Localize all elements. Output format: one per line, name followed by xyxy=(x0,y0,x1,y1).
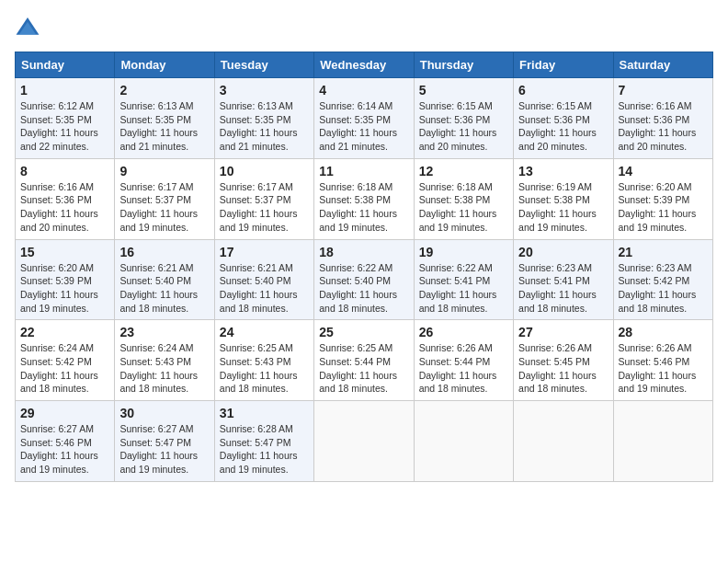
day-number: 28 xyxy=(619,325,708,339)
col-header-monday: Monday xyxy=(115,52,214,78)
day-info: Sunrise: 6:26 AM Sunset: 5:45 PM Dayligh… xyxy=(518,341,608,396)
day-number: 5 xyxy=(419,83,508,98)
calendar-week-row: 15Sunrise: 6:20 AM Sunset: 5:39 PM Dayli… xyxy=(16,239,713,320)
day-info: Sunrise: 6:24 AM Sunset: 5:43 PM Dayligh… xyxy=(119,341,209,396)
calendar-cell: 17Sunrise: 6:21 AM Sunset: 5:40 PM Dayli… xyxy=(214,239,313,320)
calendar-cell: 1Sunrise: 6:12 AM Sunset: 5:35 PM Daylig… xyxy=(16,78,115,159)
col-header-tuesday: Tuesday xyxy=(214,52,313,78)
calendar-cell: 4Sunrise: 6:14 AM Sunset: 5:35 PM Daylig… xyxy=(314,78,414,159)
day-number: 11 xyxy=(319,164,408,178)
calendar-week-row: 1Sunrise: 6:12 AM Sunset: 5:35 PM Daylig… xyxy=(16,78,713,159)
day-info: Sunrise: 6:13 AM Sunset: 5:35 PM Dayligh… xyxy=(119,99,209,154)
calendar-cell: 8Sunrise: 6:16 AM Sunset: 5:36 PM Daylig… xyxy=(16,158,115,239)
calendar-cell xyxy=(514,401,613,482)
day-number: 7 xyxy=(619,83,708,98)
calendar-cell: 28Sunrise: 6:26 AM Sunset: 5:46 PM Dayli… xyxy=(613,320,712,401)
day-number: 23 xyxy=(119,325,209,339)
day-info: Sunrise: 6:23 AM Sunset: 5:42 PM Dayligh… xyxy=(619,261,708,316)
col-header-sunday: Sunday xyxy=(16,52,115,78)
calendar-cell: 23Sunrise: 6:24 AM Sunset: 5:43 PM Dayli… xyxy=(115,320,214,401)
day-info: Sunrise: 6:15 AM Sunset: 5:36 PM Dayligh… xyxy=(518,99,608,154)
day-info: Sunrise: 6:24 AM Sunset: 5:42 PM Dayligh… xyxy=(20,341,109,396)
day-info: Sunrise: 6:17 AM Sunset: 5:37 PM Dayligh… xyxy=(220,180,309,235)
day-info: Sunrise: 6:21 AM Sunset: 5:40 PM Dayligh… xyxy=(119,261,209,316)
calendar-header-row: SundayMondayTuesdayWednesdayThursdayFrid… xyxy=(16,52,713,78)
calendar-cell: 10Sunrise: 6:17 AM Sunset: 5:37 PM Dayli… xyxy=(214,158,313,239)
day-number: 29 xyxy=(20,406,109,420)
day-info: Sunrise: 6:20 AM Sunset: 5:39 PM Dayligh… xyxy=(20,261,109,316)
page-header xyxy=(15,15,713,40)
day-info: Sunrise: 6:16 AM Sunset: 5:36 PM Dayligh… xyxy=(20,180,109,235)
calendar-cell: 11Sunrise: 6:18 AM Sunset: 5:38 PM Dayli… xyxy=(314,158,414,239)
logo xyxy=(15,15,44,40)
day-info: Sunrise: 6:23 AM Sunset: 5:41 PM Dayligh… xyxy=(518,261,608,316)
day-number: 16 xyxy=(119,245,209,259)
calendar-cell xyxy=(414,401,513,482)
day-number: 9 xyxy=(119,164,209,178)
day-number: 18 xyxy=(319,245,408,259)
day-info: Sunrise: 6:20 AM Sunset: 5:39 PM Dayligh… xyxy=(619,180,708,235)
col-header-saturday: Saturday xyxy=(613,52,712,78)
day-info: Sunrise: 6:12 AM Sunset: 5:35 PM Dayligh… xyxy=(20,99,109,154)
day-info: Sunrise: 6:25 AM Sunset: 5:43 PM Dayligh… xyxy=(220,341,309,396)
logo-icon xyxy=(15,15,40,40)
calendar-cell: 12Sunrise: 6:18 AM Sunset: 5:38 PM Dayli… xyxy=(414,158,513,239)
day-info: Sunrise: 6:21 AM Sunset: 5:40 PM Dayligh… xyxy=(220,261,309,316)
day-info: Sunrise: 6:15 AM Sunset: 5:36 PM Dayligh… xyxy=(419,99,508,154)
day-info: Sunrise: 6:18 AM Sunset: 5:38 PM Dayligh… xyxy=(419,180,508,235)
calendar-cell: 26Sunrise: 6:26 AM Sunset: 5:44 PM Dayli… xyxy=(414,320,513,401)
day-number: 19 xyxy=(419,245,508,259)
day-number: 1 xyxy=(20,83,109,98)
calendar-cell: 30Sunrise: 6:27 AM Sunset: 5:47 PM Dayli… xyxy=(115,401,214,482)
calendar-cell: 19Sunrise: 6:22 AM Sunset: 5:41 PM Dayli… xyxy=(414,239,513,320)
calendar-table: SundayMondayTuesdayWednesdayThursdayFrid… xyxy=(15,52,713,482)
day-number: 21 xyxy=(619,245,708,259)
day-number: 10 xyxy=(220,164,309,178)
day-info: Sunrise: 6:16 AM Sunset: 5:36 PM Dayligh… xyxy=(619,99,708,154)
calendar-week-row: 8Sunrise: 6:16 AM Sunset: 5:36 PM Daylig… xyxy=(16,158,713,239)
calendar-cell: 29Sunrise: 6:27 AM Sunset: 5:46 PM Dayli… xyxy=(16,401,115,482)
calendar-cell: 25Sunrise: 6:25 AM Sunset: 5:44 PM Dayli… xyxy=(314,320,414,401)
day-number: 17 xyxy=(220,245,309,259)
day-info: Sunrise: 6:18 AM Sunset: 5:38 PM Dayligh… xyxy=(319,180,408,235)
day-number: 6 xyxy=(518,83,608,98)
day-info: Sunrise: 6:14 AM Sunset: 5:35 PM Dayligh… xyxy=(319,99,408,154)
day-number: 24 xyxy=(220,325,309,339)
calendar-cell: 31Sunrise: 6:28 AM Sunset: 5:47 PM Dayli… xyxy=(214,401,313,482)
day-number: 8 xyxy=(20,164,109,178)
calendar-cell: 9Sunrise: 6:17 AM Sunset: 5:37 PM Daylig… xyxy=(115,158,214,239)
calendar-cell: 14Sunrise: 6:20 AM Sunset: 5:39 PM Dayli… xyxy=(613,158,712,239)
day-number: 2 xyxy=(119,83,209,98)
col-header-thursday: Thursday xyxy=(414,52,513,78)
calendar-cell xyxy=(314,401,414,482)
day-number: 31 xyxy=(220,406,309,420)
day-number: 14 xyxy=(619,164,708,178)
calendar-cell: 22Sunrise: 6:24 AM Sunset: 5:42 PM Dayli… xyxy=(16,320,115,401)
calendar-cell: 21Sunrise: 6:23 AM Sunset: 5:42 PM Dayli… xyxy=(613,239,712,320)
day-info: Sunrise: 6:17 AM Sunset: 5:37 PM Dayligh… xyxy=(119,180,209,235)
day-info: Sunrise: 6:26 AM Sunset: 5:44 PM Dayligh… xyxy=(419,341,508,396)
day-info: Sunrise: 6:26 AM Sunset: 5:46 PM Dayligh… xyxy=(619,341,708,396)
day-info: Sunrise: 6:13 AM Sunset: 5:35 PM Dayligh… xyxy=(220,99,309,154)
calendar-week-row: 22Sunrise: 6:24 AM Sunset: 5:42 PM Dayli… xyxy=(16,320,713,401)
day-info: Sunrise: 6:22 AM Sunset: 5:40 PM Dayligh… xyxy=(319,261,408,316)
day-number: 22 xyxy=(20,325,109,339)
day-number: 12 xyxy=(419,164,508,178)
calendar-cell: 24Sunrise: 6:25 AM Sunset: 5:43 PM Dayli… xyxy=(214,320,313,401)
calendar-cell: 13Sunrise: 6:19 AM Sunset: 5:38 PM Dayli… xyxy=(514,158,613,239)
day-info: Sunrise: 6:22 AM Sunset: 5:41 PM Dayligh… xyxy=(419,261,508,316)
calendar-cell: 27Sunrise: 6:26 AM Sunset: 5:45 PM Dayli… xyxy=(514,320,613,401)
day-number: 3 xyxy=(220,83,309,98)
day-number: 25 xyxy=(319,325,408,339)
calendar-cell: 2Sunrise: 6:13 AM Sunset: 5:35 PM Daylig… xyxy=(115,78,214,159)
calendar-cell: 3Sunrise: 6:13 AM Sunset: 5:35 PM Daylig… xyxy=(214,78,313,159)
day-info: Sunrise: 6:27 AM Sunset: 5:47 PM Dayligh… xyxy=(119,422,209,477)
day-number: 4 xyxy=(319,83,408,98)
col-header-wednesday: Wednesday xyxy=(314,52,414,78)
col-header-friday: Friday xyxy=(514,52,613,78)
calendar-week-row: 29Sunrise: 6:27 AM Sunset: 5:46 PM Dayli… xyxy=(16,401,713,482)
calendar-cell: 20Sunrise: 6:23 AM Sunset: 5:41 PM Dayli… xyxy=(514,239,613,320)
day-info: Sunrise: 6:28 AM Sunset: 5:47 PM Dayligh… xyxy=(220,422,309,477)
calendar-cell: 16Sunrise: 6:21 AM Sunset: 5:40 PM Dayli… xyxy=(115,239,214,320)
calendar-cell: 6Sunrise: 6:15 AM Sunset: 5:36 PM Daylig… xyxy=(514,78,613,159)
